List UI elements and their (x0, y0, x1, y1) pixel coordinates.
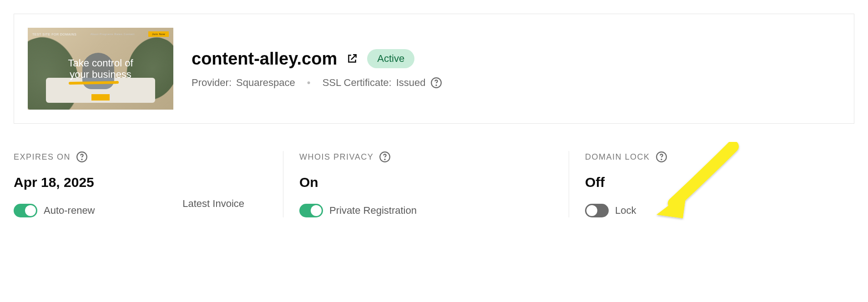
separator-dot: • (307, 77, 311, 89)
svg-point-7 (661, 159, 661, 160)
domain-meta: Provider: Squarespace • SSL Certificate:… (192, 77, 442, 89)
provider-value: Squarespace (236, 77, 295, 89)
thumb-nav: About Programs Rates Contact (91, 33, 135, 35)
domain-header-info: content-alley.com Active Provider: Squar… (192, 49, 442, 89)
help-icon[interactable] (379, 151, 391, 163)
help-icon[interactable] (430, 77, 442, 89)
thumb-headline: Take control of your business (42, 57, 159, 81)
whois-label: WHOIS PRIVACY (299, 152, 373, 162)
svg-point-1 (436, 85, 436, 85)
domain-name: content-alley.com (192, 49, 337, 69)
thumb-brand: TEST SITE FOR DOMAINS (32, 33, 76, 36)
auto-renew-toggle[interactable] (14, 204, 37, 217)
expires-value: Apr 18, 2025 (14, 175, 267, 190)
help-icon[interactable] (656, 151, 667, 163)
lock-toggle[interactable] (585, 204, 609, 217)
svg-point-3 (81, 159, 82, 160)
status-badge: Active (367, 49, 414, 68)
provider-label: Provider: (192, 77, 232, 89)
latest-invoice-link[interactable]: Latest Invoice (182, 198, 244, 210)
domain-header-card: TEST SITE FOR DOMAINS About Programs Rat… (14, 14, 854, 124)
domain-lock-column: DOMAIN LOCK Off Lock (569, 151, 854, 217)
whois-value: On (299, 175, 553, 190)
lock-label: Lock (615, 205, 636, 216)
domain-lock-label: DOMAIN LOCK (585, 152, 650, 162)
site-thumbnail[interactable]: TEST SITE FOR DOMAINS About Programs Rat… (28, 28, 173, 110)
auto-renew-label: Auto-renew (44, 205, 95, 216)
domain-details-columns: EXPIRES ON Apr 18, 2025 Auto-renew Lates… (14, 151, 854, 217)
expires-column: EXPIRES ON Apr 18, 2025 Auto-renew Lates… (14, 151, 283, 217)
expires-label: EXPIRES ON (14, 152, 71, 162)
ssl-label: SSL Certificate: (323, 77, 392, 89)
thumb-cta: Join Now (148, 31, 169, 37)
private-registration-label: Private Registration (329, 205, 417, 216)
external-link-icon[interactable] (346, 53, 358, 65)
domain-lock-value: Off (585, 175, 838, 190)
svg-point-5 (385, 159, 385, 160)
private-registration-toggle[interactable] (299, 204, 323, 217)
ssl-value: Issued (396, 77, 426, 89)
whois-column: WHOIS PRIVACY On Private Registration (283, 151, 569, 217)
help-icon[interactable] (76, 151, 88, 163)
